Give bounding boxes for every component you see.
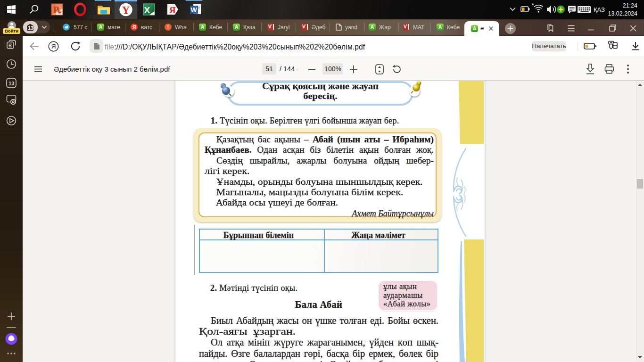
svg-text:Я: Я <box>169 5 176 15</box>
svg-text:P: P <box>53 4 59 16</box>
svg-text:13: 13 <box>28 25 33 30</box>
svg-text:Y: Y <box>122 4 130 16</box>
svg-text:W: W <box>191 6 198 14</box>
svg-text:13: 13 <box>8 81 14 86</box>
svg-text:Я: Я <box>51 43 56 50</box>
svg-text:X: X <box>144 5 150 15</box>
svg-text:*: * <box>532 2 534 8</box>
